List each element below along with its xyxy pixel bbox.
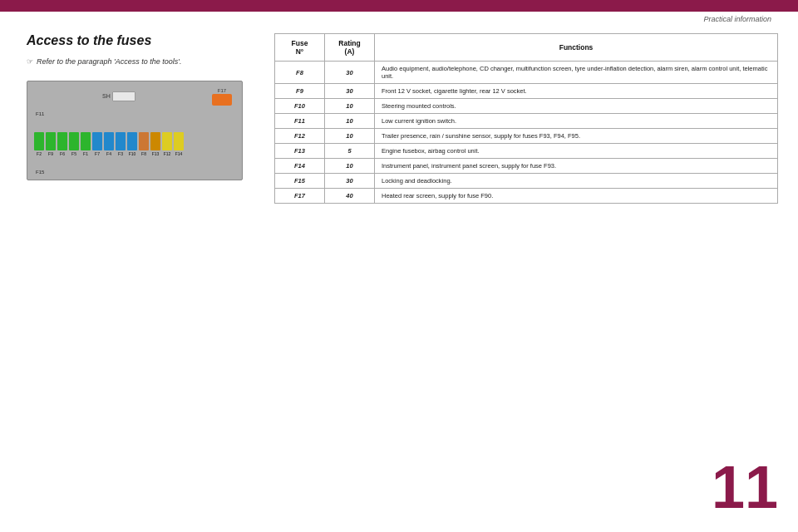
fuse-rating: 10 xyxy=(325,114,375,129)
fuse-rating: 30 xyxy=(325,62,375,84)
fuse-functions: Audio equipment, audio/telephone, CD cha… xyxy=(375,62,778,84)
fuse-number: F9 xyxy=(275,84,325,99)
fuse-item-f8: F8 xyxy=(139,132,149,156)
table-row: F1210Trailer presence, rain / sunshine s… xyxy=(275,129,778,144)
f11-diagram-label: F11 xyxy=(36,111,44,116)
fuse-functions: Front 12 V socket, cigarette lighter, re… xyxy=(375,84,778,99)
fuse-item-f4: F4 xyxy=(104,132,114,156)
table-row: F1530Locking and deadlocking. xyxy=(275,174,778,189)
fuse-row: F2F9F6F5F1F7F4F3F10F8F13F12F14 xyxy=(34,132,235,156)
fuse-number: F15 xyxy=(275,174,325,189)
fuse-number: F12 xyxy=(275,129,325,144)
table-row: F830Audio equipment, audio/telephone, CD… xyxy=(275,62,778,84)
fuse-color-f10 xyxy=(127,132,137,150)
fuse-functions: Heated rear screen, supply for fuse F90. xyxy=(375,189,778,204)
fuse-functions: Instrument panel, instrument panel scree… xyxy=(375,159,778,174)
section-subtitle: Refer to the paragraph 'Access to the to… xyxy=(27,57,259,67)
fuse-number: F10 xyxy=(275,99,325,114)
fuse-color-f2 xyxy=(34,132,44,150)
top-bar xyxy=(0,0,798,12)
fuse-number: F17 xyxy=(275,189,325,204)
fuse-functions: Engine fusebox, airbag control unit. xyxy=(375,144,778,159)
f17-label: F17 xyxy=(218,88,226,93)
fuse-label-f9: F9 xyxy=(48,152,53,156)
fuse-label-f6: F6 xyxy=(60,152,65,156)
fuse-item-f10: F10 xyxy=(127,132,137,156)
table-row: F1410Instrument panel, instrument panel … xyxy=(275,159,778,174)
fuse-color-f14 xyxy=(174,132,184,150)
fuse-number: F14 xyxy=(275,159,325,174)
fuse-label-f3: F3 xyxy=(118,152,123,156)
fuse-item-f2: F2 xyxy=(34,132,44,156)
fuse-table: FuseN° Rating(A) Functions F830Audio equ… xyxy=(274,33,778,204)
fuse-number: F8 xyxy=(275,62,325,84)
fuse-item-f7: F7 xyxy=(92,132,102,156)
fuse-label-f10: F10 xyxy=(129,152,136,156)
fuse-label-f2: F2 xyxy=(37,152,42,156)
fuse-rating: 30 xyxy=(325,174,375,189)
fuse-number: F13 xyxy=(275,144,325,159)
fuse-rating: 40 xyxy=(325,189,375,204)
fuse-functions: Steering mounted controls. xyxy=(375,99,778,114)
page-header: Practical information xyxy=(703,15,771,23)
fuse-item-f1: F1 xyxy=(81,132,91,156)
table-row: F930Front 12 V socket, cigarette lighter… xyxy=(275,84,778,99)
fuse-diagram: SH F17 F11 F2F9F6F5F1F7F4F3F10F8F13F12F1… xyxy=(27,81,243,180)
table-row: F1740Heated rear screen, supply for fuse… xyxy=(275,189,778,204)
fuse-color-f6 xyxy=(57,132,67,150)
f17-fuse: F17 xyxy=(212,88,232,106)
fuse-label-f4: F4 xyxy=(106,152,111,156)
fuse-functions: Locking and deadlocking. xyxy=(375,174,778,189)
table-row: F1010Steering mounted controls. xyxy=(275,99,778,114)
f17-fuse-body xyxy=(212,94,232,106)
fuse-label-f7: F7 xyxy=(95,152,100,156)
fuse-item-f12: F12 xyxy=(162,132,172,156)
fuse-rating: 10 xyxy=(325,159,375,174)
fuse-item-f3: F3 xyxy=(116,132,126,156)
fuse-label-f1: F1 xyxy=(83,152,88,156)
sh-fuse-body xyxy=(112,91,135,101)
fuse-rating: 5 xyxy=(325,144,375,159)
table-row: F135Engine fusebox, airbag control unit. xyxy=(275,144,778,159)
fuse-item-f14: F14 xyxy=(174,132,184,156)
fuse-color-f7 xyxy=(92,132,102,150)
chapter-number: 11 xyxy=(712,457,778,517)
sh-label: SH xyxy=(102,93,111,99)
fuse-functions: Trailer presence, rain / sunshine sensor… xyxy=(375,129,778,144)
fuse-label-f12: F12 xyxy=(164,152,171,156)
col-header-fuse: FuseN° xyxy=(275,34,325,62)
table-row: F1110Low current ignition switch. xyxy=(275,114,778,129)
fuse-color-f1 xyxy=(81,132,91,150)
fuse-color-f12 xyxy=(162,132,172,150)
fuse-item-f9: F9 xyxy=(46,132,56,156)
left-section: Access to the fuses Refer to the paragra… xyxy=(27,33,259,180)
fuse-item-f6: F6 xyxy=(57,132,67,156)
fuse-color-f3 xyxy=(116,132,126,150)
fuse-item-f5: F5 xyxy=(69,132,79,156)
header-title: Practical information xyxy=(703,15,771,23)
fuse-color-f5 xyxy=(69,132,79,150)
fuse-color-f13 xyxy=(150,132,160,150)
fuse-rating: 10 xyxy=(325,129,375,144)
f15-diagram-label: F15 xyxy=(36,170,44,175)
section-title: Access to the fuses xyxy=(27,33,259,48)
col-header-rating: Rating(A) xyxy=(325,34,375,62)
fuse-functions: Low current ignition switch. xyxy=(375,114,778,129)
fuse-label-f14: F14 xyxy=(175,152,183,156)
fuse-number: F11 xyxy=(275,114,325,129)
fuse-label-f5: F5 xyxy=(71,152,76,156)
fuse-label-f8: F8 xyxy=(141,152,146,156)
fuse-color-f9 xyxy=(46,132,56,150)
fuse-label-f13: F13 xyxy=(152,152,160,156)
fuse-color-f4 xyxy=(104,132,114,150)
sh-fuse: SH xyxy=(102,91,135,101)
fuse-rating: 10 xyxy=(325,99,375,114)
col-header-functions: Functions xyxy=(375,34,778,62)
fuse-item-f13: F13 xyxy=(150,132,160,156)
fuse-color-f8 xyxy=(139,132,149,150)
fuse-rating: 30 xyxy=(325,84,375,99)
